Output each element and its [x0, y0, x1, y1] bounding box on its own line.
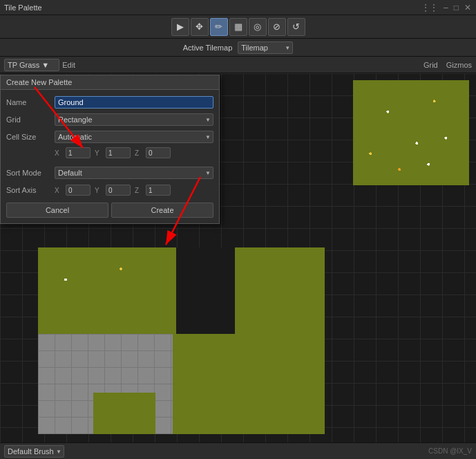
tilemap-row: Active Tilemap Tilemap ▼ [0, 39, 476, 57]
sort-y-input[interactable] [106, 185, 131, 196]
sort-axis-label: Sort Axis [6, 186, 55, 194]
cell-size-select[interactable]: Automatic Manual [55, 131, 213, 143]
sort-y-label: Y [95, 187, 102, 194]
name-input-wrapper [55, 96, 213, 109]
name-label: Name [6, 98, 55, 106]
erase-tool-button[interactable]: ⊘ [268, 18, 286, 36]
palette-name-button[interactable]: TP Grass ▼ [4, 59, 59, 71]
dialog-body: Name Grid Rectangle Hexagonal Isometr [1, 90, 219, 223]
tilemap-dropdown-wrapper: Tilemap ▼ [238, 41, 293, 54]
dialog-title: Create New Palette [1, 75, 219, 90]
paint-tool-button[interactable]: ✏ [210, 18, 228, 36]
gizmos-button[interactable]: Gizmos [446, 61, 472, 69]
brush-dropdown-wrapper: Default Brush ▼ [4, 445, 64, 458]
sort-mode-field-row: Sort Mode Default Manual Custom ▼ [6, 166, 213, 180]
grid-field-row: Grid Rectangle Hexagonal Isometric ▼ [6, 113, 213, 127]
x-input[interactable] [66, 147, 91, 158]
cell-size-field-row: Cell Size Automatic Manual ▼ [6, 130, 213, 144]
grid-button[interactable]: Grid [423, 61, 438, 69]
sort-x-input[interactable] [66, 185, 91, 196]
bottom-left: Default Brush ▼ [4, 445, 64, 458]
palette-edit-button[interactable]: Edit [62, 61, 75, 69]
dialog-buttons: Cancel Create [6, 203, 213, 218]
bottom-bar: Default Brush ▼ CSDN @IX_V [0, 442, 476, 459]
window-controls[interactable]: ⋮⋮ – □ ✕ [419, 3, 473, 12]
move-tool-button[interactable]: ✥ [191, 18, 209, 36]
sort-z-label: Z [135, 187, 142, 194]
grid-label: Grid [6, 115, 55, 124]
y-input[interactable] [106, 147, 131, 158]
sort-x-label: X [55, 187, 61, 194]
grid-select[interactable]: Rectangle Hexagonal Isometric [55, 113, 213, 126]
name-field-row: Name [6, 95, 213, 109]
menu-icon[interactable]: ⋮⋮ [419, 3, 440, 12]
brush-select[interactable]: Default Brush [4, 445, 64, 458]
sort-z-input[interactable] [146, 185, 171, 196]
window-title: Tile Palette [4, 3, 42, 12]
sort-axis-field-row: Sort Axis X Y Z [6, 183, 213, 197]
palette-name-label: TP Grass [8, 61, 39, 69]
xyz-row: X Y Z [55, 147, 213, 158]
select-tool-button[interactable]: ▶ [171, 18, 189, 36]
sort-mode-label: Sort Mode [6, 169, 55, 177]
maximize-button[interactable]: □ [452, 3, 461, 12]
tilemap-dropdown[interactable]: Tilemap [238, 41, 293, 54]
canvas-area[interactable]: Create New Palette Name Grid [0, 73, 476, 442]
z-input[interactable] [146, 147, 171, 158]
grid-select-wrapper: Rectangle Hexagonal Isometric ▼ [55, 113, 213, 126]
palette-bar: TP Grass ▼ Edit Grid Gizmos [0, 57, 476, 73]
name-input[interactable] [55, 96, 213, 109]
main-area: Create New Palette Name Grid [0, 73, 476, 442]
sort-axis-xyz: X Y Z [55, 185, 171, 196]
cell-size-select-wrapper: Automatic Manual ▼ [55, 131, 213, 143]
palette-name-wrapper: TP Grass ▼ [4, 59, 59, 71]
cancel-button[interactable]: Cancel [6, 203, 108, 218]
sort-mode-select[interactable]: Default Manual Custom [55, 167, 213, 179]
credit-text: CSDN @IX_V [428, 447, 472, 455]
palette-right: Grid Gizmos [423, 61, 472, 69]
palette-left: TP Grass ▼ Edit [4, 59, 75, 71]
rect-tool-button[interactable]: ▦ [229, 18, 247, 36]
active-tilemap-label: Active Tilemap [183, 44, 233, 52]
fill-tool-button[interactable]: ↺ [287, 18, 305, 36]
title-bar: Tile Palette ⋮⋮ – □ ✕ [0, 0, 476, 15]
y-label: Y [95, 149, 102, 157]
dialog-overlay: Create New Palette Name Grid [0, 73, 476, 442]
minimize-button[interactable]: – [441, 3, 450, 12]
create-new-palette-dialog: Create New Palette Name Grid [0, 75, 220, 224]
close-button[interactable]: ✕ [462, 3, 473, 12]
create-button[interactable]: Create [111, 203, 213, 218]
toolbar: ▶ ✥ ✏ ▦ ◎ ⊘ ↺ [0, 15, 476, 39]
cell-size-label: Cell Size [6, 133, 55, 141]
x-label: X [55, 149, 61, 157]
pick-tool-button[interactable]: ◎ [249, 18, 267, 36]
sort-mode-select-wrapper: Default Manual Custom ▼ [55, 167, 213, 179]
z-label: Z [135, 149, 142, 157]
